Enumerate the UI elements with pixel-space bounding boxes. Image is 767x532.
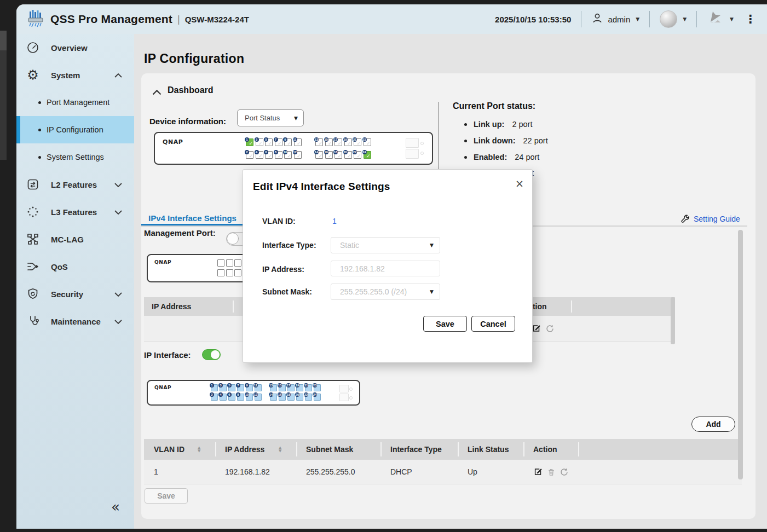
- title-separator: |: [177, 14, 180, 25]
- sort-icon[interactable]: ▲▼: [198, 446, 200, 453]
- gauge-icon: [26, 41, 39, 54]
- port-15: 15: [279, 384, 286, 391]
- refresh-icon[interactable]: [545, 324, 555, 333]
- dashboard-vertical-divider: [438, 102, 439, 178]
- port-24: ✓24: [364, 151, 371, 159]
- sphere-caret-icon[interactable]: ▼: [683, 16, 687, 22]
- table-scrollbar[interactable]: [671, 297, 675, 344]
- cursor-caret-icon[interactable]: ▼: [730, 16, 734, 22]
- modal-field-label-subnet-mask: Subnet Mask:: [262, 287, 312, 296]
- sidebar-item-system[interactable]: ⚙System: [16, 61, 134, 89]
- desktop-edge-decoration: [0, 31, 7, 50]
- sidebar-item-overview[interactable]: Overview: [16, 34, 134, 61]
- vnc-sphere-icon[interactable]: [660, 10, 677, 28]
- mclag-icon: [26, 233, 39, 246]
- modal-input-ip-address[interactable]: 192.168.1.82: [331, 261, 440, 276]
- port-8: 8: [237, 394, 244, 401]
- sidebar-item-port-management[interactable]: Port Management: [16, 89, 134, 116]
- desktop-stage: QSS Pro Management | QSW-M3224-24T 2025/…: [0, 0, 767, 532]
- sidebar-item-label: Port Management: [47, 98, 109, 107]
- refresh-icon[interactable]: [560, 467, 569, 477]
- delete-icon[interactable]: [547, 467, 556, 477]
- toggle-knob: [211, 350, 220, 359]
- column-separator: [380, 442, 382, 456]
- content-scrollbar-thumb[interactable]: [738, 230, 743, 479]
- column-separator: [233, 300, 234, 313]
- modal-select-interface-type[interactable]: Static▼: [331, 237, 440, 253]
- port-4: 4: [220, 394, 227, 401]
- user-caret-icon[interactable]: ▼: [636, 16, 639, 22]
- sidebar-item-label: MC-LAG: [51, 235, 84, 244]
- sidebar-item-mc-lag[interactable]: MC-LAG: [16, 225, 134, 253]
- sort-icon[interactable]: ▲▼: [279, 446, 281, 453]
- stethoscope-icon: [26, 315, 39, 328]
- setting-guide-link[interactable]: Setting Guide: [681, 214, 740, 224]
- qnap-brand-label: QNAP: [154, 385, 171, 390]
- sidebar-item-maintenance[interactable]: Maintenance: [16, 308, 134, 335]
- remote-cursor-icon[interactable]: [707, 11, 724, 27]
- chevron-up-icon: [114, 70, 122, 80]
- desktop-edge-decoration-2: [0, 50, 7, 160]
- sidebar-item-ip-configuration[interactable]: IP Configuration: [16, 116, 134, 143]
- ip-interface-toggle[interactable]: [202, 349, 221, 360]
- dashboard-collapse-icon[interactable]: [152, 88, 162, 97]
- field-value: Static: [340, 241, 359, 250]
- modal-save-button[interactable]: Save: [423, 316, 467, 332]
- sidebar-item-l2-features[interactable]: L2 Features: [16, 171, 134, 198]
- table-row: 1192.168.1.82255.255.255.0DHCPUp: [144, 460, 742, 484]
- sidebar-item-label: L3 Features: [51, 207, 97, 217]
- add-button[interactable]: Add: [691, 417, 735, 432]
- tab-ipv4-interface-settings[interactable]: IPv4 Interface Settings: [148, 213, 237, 223]
- user-menu[interactable]: admin: [608, 15, 630, 24]
- column-separator: [458, 442, 459, 456]
- port-5: 5: [228, 384, 235, 391]
- port-11: ✓11: [294, 138, 302, 146]
- column-separator: [571, 300, 572, 313]
- edit-icon[interactable]: [533, 467, 543, 477]
- modal-field-label-interface-type: Interface Type:: [262, 241, 316, 250]
- port-status-item: Link down:22 port: [464, 136, 548, 145]
- modal-select-subnet-mask[interactable]: 255.255.255.0 (/24)▼: [331, 284, 440, 300]
- port-1: [217, 259, 224, 267]
- device-information-selected-value: Port Status: [245, 114, 280, 122]
- port-20: ✓20: [344, 151, 352, 159]
- device-information-select[interactable]: Port Status ▼: [237, 109, 304, 126]
- sidebar-item-l3-features[interactable]: L3 Features: [16, 198, 134, 225]
- port-12: 12: [255, 394, 262, 401]
- select-caret-icon: ▼: [430, 289, 434, 294]
- qos-icon: [26, 260, 39, 273]
- port-3: ✓3: [256, 138, 263, 146]
- gear-icon: ⚙: [26, 68, 39, 82]
- wrench-icon: [681, 214, 690, 224]
- sidebar-nav: Overview⚙SystemPort ManagementIP Configu…: [16, 34, 134, 529]
- modal-close-icon[interactable]: ×: [515, 177, 524, 189]
- edit-icon[interactable]: [532, 323, 541, 333]
- sidebar-collapse-button[interactable]: «: [111, 499, 120, 515]
- save-button[interactable]: Save: [145, 488, 188, 504]
- port-4: ✓4: [256, 151, 263, 159]
- page-title: IP Configuration: [144, 51, 244, 66]
- kebab-menu-icon[interactable]: ⋮: [745, 13, 756, 26]
- sidebar-item-security[interactable]: Security: [16, 280, 134, 308]
- port-17: ✓17: [335, 138, 342, 146]
- port-22: 22: [305, 394, 312, 401]
- column-separator: [215, 442, 216, 456]
- modal-title: Edit IPv4 Interface Settings: [253, 181, 390, 193]
- port-3: 3: [220, 384, 227, 391]
- sidebar-item-label: Security: [51, 290, 83, 299]
- datetime: 2025/10/15 10:53:50: [495, 15, 571, 24]
- sfp-uplink-ports: [338, 384, 353, 403]
- sidebar-item-qos[interactable]: QoS: [16, 253, 134, 280]
- sidebar-item-label: IP Configuration: [47, 125, 103, 134]
- port-6: [234, 269, 241, 276]
- port-3: [226, 259, 233, 267]
- port-4: [226, 269, 233, 276]
- port-24: 24: [314, 394, 321, 401]
- port-6: ✓6: [265, 151, 273, 159]
- sidebar-item-system-settings[interactable]: System Settings: [16, 143, 134, 171]
- bullet-icon: [464, 123, 467, 126]
- modal-cancel-button[interactable]: Cancel: [471, 316, 515, 332]
- device-model: QSW-M3224-24T: [185, 15, 249, 24]
- port-5: ✓5: [265, 138, 273, 146]
- edit-ipv4-modal: Edit IPv4 Interface Settings × VLAN ID:1…: [243, 169, 533, 363]
